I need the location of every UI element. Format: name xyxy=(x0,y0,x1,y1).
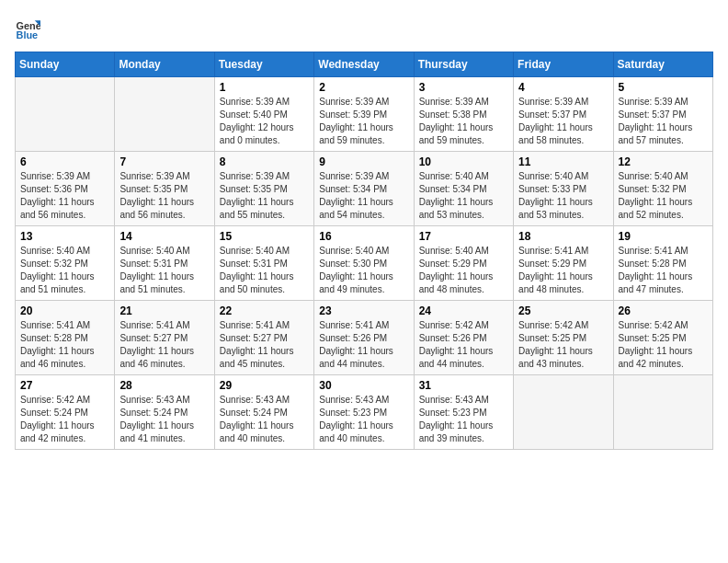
day-number: 27 xyxy=(20,379,109,392)
calendar-week-4: 20Sunrise: 5:41 AM Sunset: 5:28 PM Dayli… xyxy=(16,301,713,375)
calendar-cell: 28Sunrise: 5:43 AM Sunset: 5:24 PM Dayli… xyxy=(115,375,214,450)
page-header: General Blue xyxy=(15,15,713,40)
day-info: Sunrise: 5:39 AM Sunset: 5:34 PM Dayligh… xyxy=(319,170,408,222)
calendar-week-2: 6Sunrise: 5:39 AM Sunset: 5:36 PM Daylig… xyxy=(16,152,713,226)
day-number: 6 xyxy=(20,155,109,168)
calendar-cell xyxy=(613,375,712,450)
calendar-cell: 17Sunrise: 5:40 AM Sunset: 5:29 PM Dayli… xyxy=(414,226,513,301)
day-number: 15 xyxy=(220,230,309,243)
day-number: 9 xyxy=(319,155,408,168)
day-info: Sunrise: 5:40 AM Sunset: 5:31 PM Dayligh… xyxy=(119,245,209,296)
day-info: Sunrise: 5:39 AM Sunset: 5:35 PM Dayligh… xyxy=(119,170,209,222)
day-number: 23 xyxy=(319,304,408,317)
calendar-cell: 6Sunrise: 5:39 AM Sunset: 5:36 PM Daylig… xyxy=(16,152,115,226)
calendar-cell: 19Sunrise: 5:41 AM Sunset: 5:28 PM Dayli… xyxy=(613,226,712,301)
day-info: Sunrise: 5:43 AM Sunset: 5:24 PM Dayligh… xyxy=(119,394,209,445)
day-info: Sunrise: 5:42 AM Sunset: 5:26 PM Dayligh… xyxy=(419,319,508,371)
day-number: 25 xyxy=(518,304,608,317)
calendar-cell xyxy=(514,375,613,450)
calendar-cell: 1Sunrise: 5:39 AM Sunset: 5:40 PM Daylig… xyxy=(214,77,313,152)
weekday-header-saturday: Saturday xyxy=(613,52,712,77)
day-info: Sunrise: 5:41 AM Sunset: 5:29 PM Dayligh… xyxy=(518,245,608,296)
day-info: Sunrise: 5:40 AM Sunset: 5:31 PM Dayligh… xyxy=(220,245,309,296)
day-number: 16 xyxy=(319,230,408,243)
calendar-table: SundayMondayTuesdayWednesdayThursdayFrid… xyxy=(15,52,713,450)
day-info: Sunrise: 5:39 AM Sunset: 5:37 PM Dayligh… xyxy=(518,96,608,147)
calendar-cell: 27Sunrise: 5:42 AM Sunset: 5:24 PM Dayli… xyxy=(16,375,115,450)
day-info: Sunrise: 5:40 AM Sunset: 5:32 PM Dayligh… xyxy=(20,245,109,296)
day-number: 13 xyxy=(20,230,109,243)
day-number: 14 xyxy=(119,230,209,243)
calendar-cell xyxy=(115,77,214,152)
day-number: 30 xyxy=(319,379,408,392)
calendar-week-3: 13Sunrise: 5:40 AM Sunset: 5:32 PM Dayli… xyxy=(16,226,713,301)
day-info: Sunrise: 5:43 AM Sunset: 5:24 PM Dayligh… xyxy=(220,394,309,445)
calendar-cell: 25Sunrise: 5:42 AM Sunset: 5:25 PM Dayli… xyxy=(514,301,613,375)
calendar-cell: 13Sunrise: 5:40 AM Sunset: 5:32 PM Dayli… xyxy=(16,226,115,301)
calendar-cell: 26Sunrise: 5:42 AM Sunset: 5:25 PM Dayli… xyxy=(613,301,712,375)
weekday-header-wednesday: Wednesday xyxy=(314,52,414,77)
day-number: 10 xyxy=(419,155,508,168)
day-number: 29 xyxy=(220,379,309,392)
calendar-cell: 22Sunrise: 5:41 AM Sunset: 5:27 PM Dayli… xyxy=(214,301,313,375)
day-number: 28 xyxy=(119,379,209,392)
calendar-week-5: 27Sunrise: 5:42 AM Sunset: 5:24 PM Dayli… xyxy=(16,375,713,450)
calendar-cell: 30Sunrise: 5:43 AM Sunset: 5:23 PM Dayli… xyxy=(314,375,414,450)
day-number: 7 xyxy=(119,155,209,168)
day-info: Sunrise: 5:43 AM Sunset: 5:23 PM Dayligh… xyxy=(319,394,408,445)
calendar-cell: 12Sunrise: 5:40 AM Sunset: 5:32 PM Dayli… xyxy=(613,152,712,226)
weekday-header-friday: Friday xyxy=(514,52,613,77)
day-info: Sunrise: 5:40 AM Sunset: 5:34 PM Dayligh… xyxy=(419,170,508,222)
day-info: Sunrise: 5:39 AM Sunset: 5:39 PM Dayligh… xyxy=(319,96,408,147)
day-number: 4 xyxy=(518,81,608,94)
day-number: 5 xyxy=(619,81,708,94)
calendar-cell: 29Sunrise: 5:43 AM Sunset: 5:24 PM Dayli… xyxy=(214,375,313,450)
svg-text:Blue: Blue xyxy=(17,29,39,40)
calendar-cell: 31Sunrise: 5:43 AM Sunset: 5:23 PM Dayli… xyxy=(414,375,513,450)
calendar-cell: 20Sunrise: 5:41 AM Sunset: 5:28 PM Dayli… xyxy=(16,301,115,375)
day-info: Sunrise: 5:41 AM Sunset: 5:26 PM Dayligh… xyxy=(319,319,408,371)
day-info: Sunrise: 5:41 AM Sunset: 5:27 PM Dayligh… xyxy=(119,319,209,371)
day-number: 12 xyxy=(619,155,708,168)
day-info: Sunrise: 5:42 AM Sunset: 5:25 PM Dayligh… xyxy=(619,319,708,371)
day-number: 21 xyxy=(119,304,209,317)
day-number: 18 xyxy=(518,230,608,243)
calendar-header-row: SundayMondayTuesdayWednesdayThursdayFrid… xyxy=(16,52,713,77)
day-number: 24 xyxy=(419,304,508,317)
calendar-cell: 9Sunrise: 5:39 AM Sunset: 5:34 PM Daylig… xyxy=(314,152,414,226)
calendar-cell: 18Sunrise: 5:41 AM Sunset: 5:29 PM Dayli… xyxy=(514,226,613,301)
calendar-cell: 7Sunrise: 5:39 AM Sunset: 5:35 PM Daylig… xyxy=(115,152,214,226)
logo-icon: General Blue xyxy=(15,15,40,40)
weekday-header-sunday: Sunday xyxy=(16,52,115,77)
day-number: 2 xyxy=(319,81,408,94)
day-info: Sunrise: 5:40 AM Sunset: 5:30 PM Dayligh… xyxy=(319,245,408,296)
day-info: Sunrise: 5:42 AM Sunset: 5:24 PM Dayligh… xyxy=(20,394,109,445)
calendar-cell: 10Sunrise: 5:40 AM Sunset: 5:34 PM Dayli… xyxy=(414,152,513,226)
day-info: Sunrise: 5:42 AM Sunset: 5:25 PM Dayligh… xyxy=(518,319,608,371)
day-info: Sunrise: 5:39 AM Sunset: 5:37 PM Dayligh… xyxy=(619,96,708,147)
day-info: Sunrise: 5:39 AM Sunset: 5:36 PM Dayligh… xyxy=(20,170,109,222)
day-info: Sunrise: 5:43 AM Sunset: 5:23 PM Dayligh… xyxy=(419,394,508,445)
calendar-cell: 21Sunrise: 5:41 AM Sunset: 5:27 PM Dayli… xyxy=(115,301,214,375)
day-number: 22 xyxy=(220,304,309,317)
day-number: 19 xyxy=(619,230,708,243)
calendar-cell: 24Sunrise: 5:42 AM Sunset: 5:26 PM Dayli… xyxy=(414,301,513,375)
calendar-cell: 3Sunrise: 5:39 AM Sunset: 5:38 PM Daylig… xyxy=(414,77,513,152)
calendar-cell: 5Sunrise: 5:39 AM Sunset: 5:37 PM Daylig… xyxy=(613,77,712,152)
day-number: 20 xyxy=(20,304,109,317)
weekday-header-monday: Monday xyxy=(115,52,214,77)
calendar-cell: 14Sunrise: 5:40 AM Sunset: 5:31 PM Dayli… xyxy=(115,226,214,301)
calendar-cell: 2Sunrise: 5:39 AM Sunset: 5:39 PM Daylig… xyxy=(314,77,414,152)
day-number: 26 xyxy=(619,304,708,317)
calendar-cell: 8Sunrise: 5:39 AM Sunset: 5:35 PM Daylig… xyxy=(214,152,313,226)
day-info: Sunrise: 5:40 AM Sunset: 5:29 PM Dayligh… xyxy=(419,245,508,296)
calendar-cell: 16Sunrise: 5:40 AM Sunset: 5:30 PM Dayli… xyxy=(314,226,414,301)
weekday-header-thursday: Thursday xyxy=(414,52,513,77)
day-number: 11 xyxy=(518,155,608,168)
calendar-week-1: 1Sunrise: 5:39 AM Sunset: 5:40 PM Daylig… xyxy=(16,77,713,152)
calendar-cell: 11Sunrise: 5:40 AM Sunset: 5:33 PM Dayli… xyxy=(514,152,613,226)
calendar-cell: 23Sunrise: 5:41 AM Sunset: 5:26 PM Dayli… xyxy=(314,301,414,375)
weekday-header-tuesday: Tuesday xyxy=(214,52,313,77)
day-info: Sunrise: 5:41 AM Sunset: 5:28 PM Dayligh… xyxy=(20,319,109,371)
day-info: Sunrise: 5:41 AM Sunset: 5:27 PM Dayligh… xyxy=(220,319,309,371)
